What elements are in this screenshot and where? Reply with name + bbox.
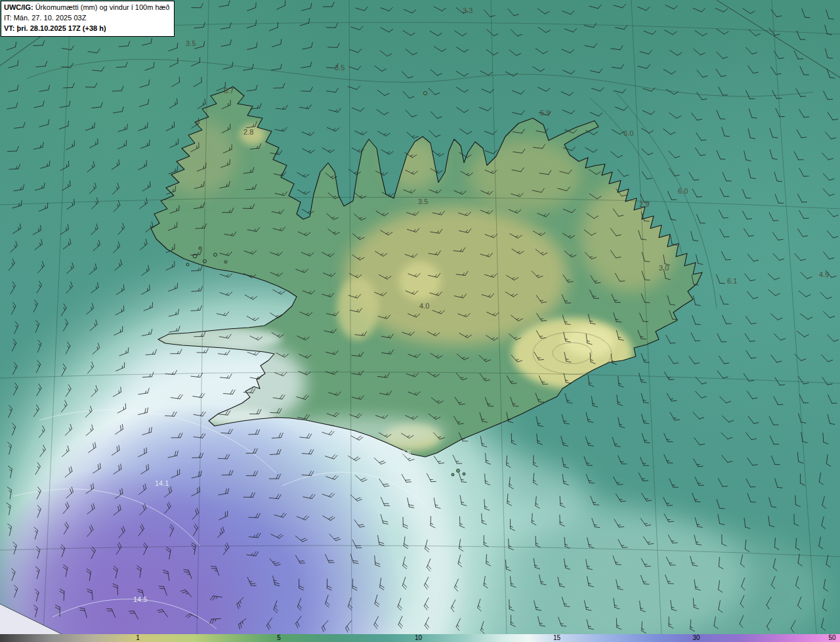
colorbar-tick-label: 15: [553, 634, 560, 642]
legend-box: UWC/IG: Úrkomumætti (mm) og vindur í 100…: [1, 1, 175, 37]
colorbar: 1510153050: [0, 634, 840, 642]
contour-label: 4.9: [819, 270, 829, 278]
legend-init-time: IT: Mán. 27. 10. 2025 03Z: [4, 13, 169, 24]
contour-label: 3.5: [186, 39, 196, 47]
contour-label: 5.7: [224, 87, 234, 95]
contour-label: 4.0: [419, 302, 429, 310]
contour-label: 6.0: [623, 129, 633, 137]
product-title: Úrkomumætti (mm) og vindur í 100m hæð: [35, 3, 170, 11]
colorbar-tick-label: 1: [136, 634, 140, 642]
contour-label: 5.9: [540, 109, 550, 117]
contour-label: 14.5: [133, 595, 147, 603]
legend-valid-time: VT: þri. 28.10.2025 17Z (+38 h): [4, 24, 169, 34]
contour-label: 2.8: [243, 128, 253, 136]
contour-label: 3.0: [659, 264, 669, 272]
colorbar-tick-label: 5: [277, 634, 281, 642]
colorbar-tick-label: 10: [415, 634, 422, 642]
contour-label: 14.1: [155, 479, 169, 487]
colorbar-tick-label: 50: [828, 634, 835, 642]
contour-label: 5.5: [401, 449, 411, 457]
contour-label: 6.1: [727, 277, 737, 285]
weather-map: 3.33.53.55.75.92.86.06.03.52.93.06.14.94…: [0, 0, 840, 642]
contour-label: 3.5: [418, 198, 428, 205]
contour-label: 3.3: [463, 7, 472, 14]
contour-label: 3.5: [335, 64, 345, 72]
map-canvas: 3.33.53.55.75.92.86.06.03.52.93.06.14.94…: [0, 0, 840, 634]
colorbar-tick-label: 30: [693, 634, 700, 642]
legend-title-line: UWC/IG: Úrkomumætti (mm) og vindur í 100…: [4, 3, 169, 13]
contour-label: 2.9: [639, 200, 649, 208]
contour-label: 6.0: [678, 187, 688, 195]
product-code: UWC/IG:: [4, 3, 33, 11]
